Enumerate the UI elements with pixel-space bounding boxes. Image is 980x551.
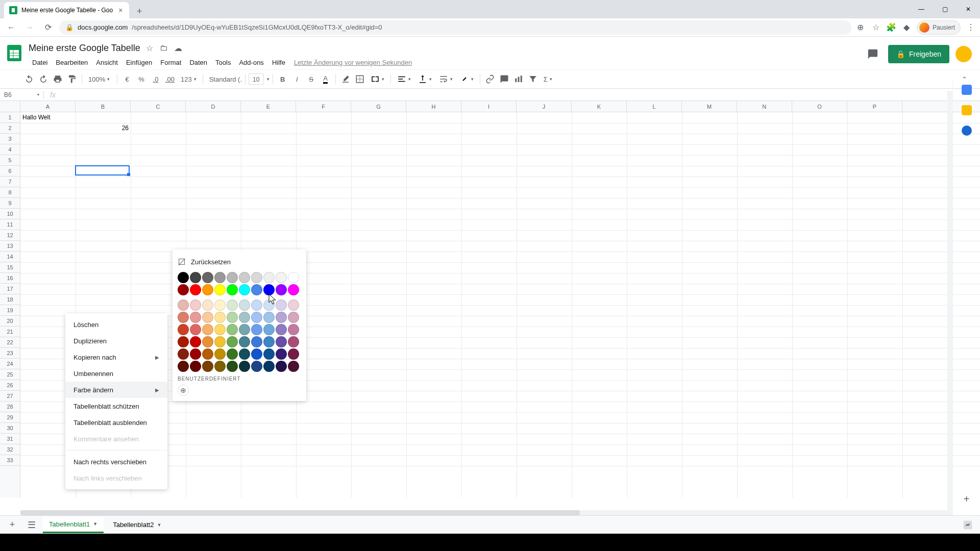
color-swatch[interactable] <box>227 336 238 347</box>
color-swatch[interactable] <box>263 284 275 295</box>
color-swatch[interactable] <box>190 324 201 335</box>
color-swatch[interactable] <box>288 361 299 372</box>
color-swatch[interactable] <box>190 272 201 283</box>
color-swatch[interactable] <box>276 272 287 283</box>
color-swatch[interactable] <box>263 272 275 283</box>
color-swatch[interactable] <box>202 272 213 283</box>
color-swatch[interactable] <box>178 361 189 372</box>
row-header-14[interactable]: 14 <box>0 252 20 262</box>
halign-icon[interactable] <box>394 72 414 86</box>
bookmark-star-icon[interactable]: ☆ <box>871 22 881 33</box>
color-swatch[interactable] <box>190 312 201 323</box>
color-swatch[interactable] <box>239 324 250 335</box>
sheet-tab-menu-icon[interactable]: ▼ <box>93 521 97 527</box>
extensions-icon[interactable]: 🧩 <box>886 22 896 33</box>
color-swatch[interactable] <box>251 324 262 335</box>
color-swatch[interactable] <box>251 336 262 347</box>
sheet-tab-2[interactable]: Tabellenblatt2 ▼ <box>107 517 167 533</box>
color-swatch[interactable] <box>190 336 201 347</box>
row-header-9[interactable]: 9 <box>0 198 20 209</box>
color-swatch[interactable] <box>202 284 213 295</box>
color-swatch[interactable] <box>227 299 238 311</box>
color-swatch[interactable] <box>251 348 262 360</box>
borders-icon[interactable] <box>353 72 366 86</box>
col-header-J[interactable]: J <box>517 101 572 112</box>
menu-tools[interactable]: Tools <box>212 57 234 68</box>
redo-icon[interactable] <box>37 72 50 86</box>
text-color-icon[interactable]: A <box>319 72 332 86</box>
row-header-2[interactable]: 2 <box>0 123 20 134</box>
color-swatch[interactable] <box>214 361 226 372</box>
col-header-O[interactable]: O <box>792 101 847 112</box>
wrap-icon[interactable] <box>436 72 456 86</box>
color-swatch[interactable] <box>251 284 262 295</box>
select-all-corner[interactable] <box>0 101 20 112</box>
menu-einfuegen[interactable]: Einfügen <box>122 57 156 68</box>
row-header-24[interactable]: 24 <box>0 359 20 369</box>
cell-B2[interactable]: 26 <box>76 123 131 134</box>
color-swatch[interactable] <box>288 299 299 311</box>
color-swatch[interactable] <box>178 324 189 335</box>
url-field[interactable]: 🔒 docs.google.com/spreadsheets/d/1D9UyOE… <box>59 20 851 35</box>
window-maximize-icon[interactable]: ▢ <box>933 0 957 18</box>
cloud-status-icon[interactable]: ☁ <box>173 43 183 53</box>
color-swatch[interactable] <box>251 299 262 311</box>
color-swatch[interactable] <box>288 272 299 283</box>
color-swatch[interactable] <box>239 361 250 372</box>
browser-tab-active[interactable]: Meine erste Google Tabelle - Goo × <box>4 2 129 18</box>
valign-icon[interactable] <box>415 72 435 86</box>
filter-icon[interactable] <box>526 72 540 86</box>
add-custom-color-button[interactable]: ⊕ <box>178 385 189 396</box>
profile-chip[interactable]: Pausiert <box>917 20 961 35</box>
color-swatch[interactable] <box>288 336 299 347</box>
col-header-G[interactable]: G <box>351 101 406 112</box>
color-swatch[interactable] <box>263 336 275 347</box>
col-header-P[interactable]: P <box>847 101 902 112</box>
row-header-28[interactable]: 28 <box>0 402 20 412</box>
color-swatch[interactable] <box>263 348 275 360</box>
row-header-21[interactable]: 21 <box>0 327 20 337</box>
cell-A1[interactable]: Hallo Welt <box>20 112 76 123</box>
color-swatch[interactable] <box>288 348 299 360</box>
fill-color-icon[interactable] <box>339 72 352 86</box>
color-swatch[interactable] <box>276 324 287 335</box>
last-edit-link[interactable]: Letzte Änderung vor wenigen Sekunden <box>294 59 412 66</box>
new-tab-button[interactable]: + <box>132 4 146 18</box>
row-header-19[interactable]: 19 <box>0 305 20 316</box>
col-header-F[interactable]: F <box>296 101 351 112</box>
menu-hilfe[interactable]: Hilfe <box>268 57 289 68</box>
undo-icon[interactable] <box>22 72 36 86</box>
extension-icon[interactable]: ◆ <box>901 22 912 33</box>
menu-format[interactable]: Format <box>157 57 185 68</box>
row-header-6[interactable]: 6 <box>0 166 20 177</box>
row-header-27[interactable]: 27 <box>0 391 20 402</box>
explore-button[interactable] <box>960 517 976 533</box>
doc-title[interactable]: Meine erste Google Tabelle <box>29 43 140 54</box>
tasks-addon-icon[interactable] <box>962 126 972 136</box>
row-header-22[interactable]: 22 <box>0 337 20 348</box>
color-swatch[interactable] <box>214 284 226 295</box>
ctx-farbe-ändern[interactable]: Farbe ändern▶ <box>65 382 167 398</box>
rotate-icon[interactable] <box>457 72 477 86</box>
color-swatch[interactable] <box>227 284 238 295</box>
col-header-A[interactable]: A <box>20 101 76 112</box>
color-swatch[interactable] <box>263 312 275 323</box>
all-sheets-button[interactable]: ☰ <box>23 517 40 533</box>
color-swatch[interactable] <box>288 324 299 335</box>
ctx-umbenennen[interactable]: Umbenennen <box>65 365 167 382</box>
color-swatch[interactable] <box>276 299 287 311</box>
color-swatch[interactable] <box>178 312 189 323</box>
menu-datei[interactable]: Datei <box>29 57 51 68</box>
increase-decimal-button[interactable]: .00 <box>163 72 177 86</box>
menu-addons[interactable]: Add-ons <box>235 57 267 68</box>
row-header-10[interactable]: 10 <box>0 209 20 219</box>
horizontal-scrollbar[interactable] <box>20 510 952 515</box>
color-swatch[interactable] <box>239 272 250 283</box>
strikethrough-icon[interactable]: S <box>305 72 318 86</box>
row-header-20[interactable]: 20 <box>0 316 20 327</box>
italic-icon[interactable]: I <box>290 72 304 86</box>
row-header-16[interactable]: 16 <box>0 273 20 284</box>
ctx-tabellenblatt-schützen[interactable]: Tabellenblatt schützen <box>65 398 167 414</box>
row-header-1[interactable]: 1 <box>0 112 20 123</box>
nav-reload-icon[interactable]: ⟳ <box>41 20 55 35</box>
